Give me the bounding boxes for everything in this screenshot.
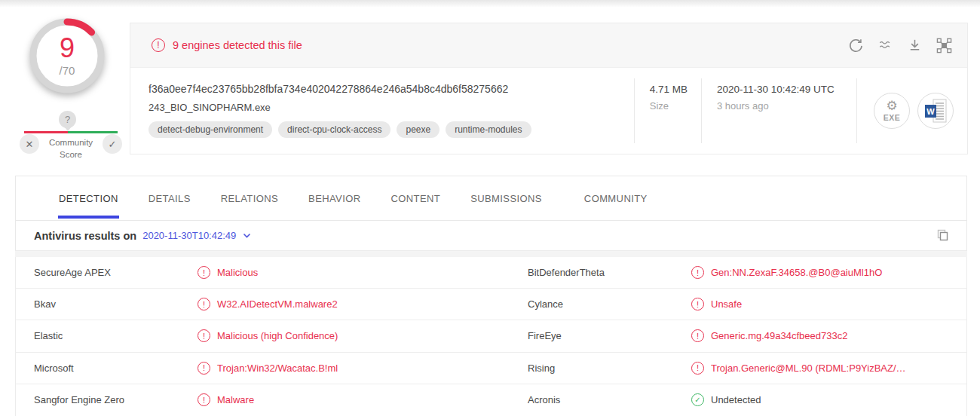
graph-icon[interactable] xyxy=(934,35,954,55)
tab-detection-label: DETECTION xyxy=(59,193,118,204)
vote-malicious-button[interactable]: ✕ xyxy=(20,134,39,154)
verdict-cell: ! W32.AIDetectVM.malware2 xyxy=(198,298,528,310)
community-bar-negative xyxy=(24,131,68,133)
table-row: Microsoft ! Trojan:Win32/Wacatac.B!ml Ri… xyxy=(16,353,966,384)
verdict-label: Gen:NN.ZexaF.34658.@B0@aiuMl1hO xyxy=(711,267,882,278)
verdict-label: W32.AIDetectVM.malware2 xyxy=(217,298,338,310)
detection-score-gauge: 9 /70 xyxy=(27,16,107,96)
analysis-date-value: 2020-11-30 10:42:49 UTC xyxy=(717,84,843,95)
tab-details[interactable]: DETAILS xyxy=(149,176,191,220)
verdict-cell: ! Unsafe xyxy=(691,298,966,310)
table-row: Sangfor Engine Zero ! Malware Acronis ✓ … xyxy=(16,384,966,416)
verdict-label: Malicious xyxy=(217,267,258,278)
active-tab-indicator xyxy=(58,216,119,219)
download-icon[interactable] xyxy=(905,35,924,55)
engine-name: FireEye xyxy=(528,330,691,341)
tab-content[interactable]: CONTENT xyxy=(391,176,441,220)
chevron-down-icon[interactable] xyxy=(243,233,251,239)
copy-results-icon[interactable] xyxy=(934,228,950,243)
antivirus-results-table: SecureAge APEX ! Malicious BitDefenderTh… xyxy=(15,257,967,416)
verdict-cell: ! Generic.mg.49a34cfbeed733c2 xyxy=(691,329,966,342)
engine-name: Sangfor Engine Zero xyxy=(34,394,198,405)
page-top-shadow xyxy=(0,0,980,8)
alert-icon: ! xyxy=(152,38,165,52)
tab-community-label: COMMUNITY xyxy=(584,193,648,204)
file-size-value: 4.71 MB xyxy=(650,84,688,95)
results-date-selector[interactable]: 2020-11-30T10:42:49 xyxy=(142,230,236,241)
alert-icon: ! xyxy=(198,362,210,375)
word-badge-letter: W xyxy=(926,107,935,116)
gear-icon: ⚙ xyxy=(886,99,897,112)
verdict-cell: ! Trojan:Win32/Wacatac.B!ml xyxy=(198,362,528,375)
engine-name: Rising xyxy=(528,362,691,374)
alert-icon: ! xyxy=(691,362,704,375)
verdict-cell: ✓ Undetected xyxy=(691,393,966,406)
verdict-cell: ! Malicious (high Confidence) xyxy=(198,329,528,342)
engine-name: Bkav xyxy=(34,298,198,310)
verdict-cell: ! Malicious xyxy=(198,266,528,279)
file-type-badges: ⚙ EXE W xyxy=(857,68,967,154)
community-question-icon: ? xyxy=(59,111,76,128)
tag-detect-debug-environment[interactable]: detect-debug-environment xyxy=(149,121,272,138)
table-row: SecureAge APEX ! Malicious BitDefenderTh… xyxy=(16,257,966,289)
file-info-body: f36a0ee7f4ec23765bb28fbfa734e40204227886… xyxy=(130,68,967,154)
tab-submissions-label: SUBMISSIONS xyxy=(470,193,542,204)
tab-community[interactable]: COMMUNITY xyxy=(584,176,648,220)
word-document-badge: W xyxy=(917,93,954,129)
tab-relations-label: RELATIONS xyxy=(221,193,278,204)
tab-submissions[interactable]: SUBMISSIONS xyxy=(470,176,542,220)
file-name: 243_BIO_SINOPHARM.exe xyxy=(149,102,622,113)
exe-type-badge: ⚙ EXE xyxy=(874,93,910,129)
section-spacer xyxy=(15,251,967,257)
tag-peexe[interactable]: peexe xyxy=(397,121,439,138)
community-score-bar xyxy=(24,131,118,133)
verdict-cell: ! Gen:NN.ZexaF.34658.@B0@aiuMl1hO xyxy=(691,266,966,279)
results-title: Antivirus results on xyxy=(34,230,136,242)
alert-icon: ! xyxy=(198,329,210,342)
reanalyze-icon[interactable] xyxy=(846,35,865,55)
gauge-score-text: 9 /70 xyxy=(27,16,107,96)
alert-icon: ! xyxy=(691,298,704,310)
analysis-date-relative: 3 hours ago xyxy=(717,100,843,112)
engine-name: SecureAge APEX xyxy=(34,267,198,278)
file-identity: f36a0ee7f4ec23765bb28fbfa734e40204227886… xyxy=(130,68,634,154)
detection-banner-text: 9 engines detected this file xyxy=(173,39,302,51)
word-doc-icon: W xyxy=(923,97,948,124)
virustotal-file-report: 9 /70 ? ✕ ✓ Community Score ! 9 engines … xyxy=(0,0,980,416)
antivirus-results-header: Antivirus results on 2020-11-30T10:42:49 xyxy=(15,221,967,251)
engine-name: BitDefenderTheta xyxy=(528,267,691,278)
alert-icon: ! xyxy=(198,266,210,279)
detections-total: /70 xyxy=(60,64,75,77)
tab-content-label: CONTENT xyxy=(391,193,441,204)
analysis-date-block: 2020-11-30 10:42:49 UTC 3 hours ago xyxy=(702,68,856,154)
exe-badge-label: EXE xyxy=(884,113,901,122)
vote-harmless-button[interactable]: ✓ xyxy=(103,134,122,154)
file-size-label: Size xyxy=(650,100,688,112)
report-tabs: DETECTION DETAILS RELATIONS BEHAVIOR CON… xyxy=(15,176,967,221)
alert-icon: ! xyxy=(198,298,210,310)
verdict-label: Trojan:Win32/Wacatac.B!ml xyxy=(217,362,338,374)
tag-direct-cpu-clock-access[interactable]: direct-cpu-clock-access xyxy=(278,121,390,138)
tab-behavior-label: BEHAVIOR xyxy=(308,193,360,204)
community-score-label: Community Score xyxy=(42,137,100,161)
tag-runtime-modules[interactable]: runtime-modules xyxy=(446,121,531,138)
verdict-label: Undetected xyxy=(711,394,761,405)
tab-detection[interactable]: DETECTION xyxy=(59,176,118,220)
file-actions-toolbar xyxy=(846,35,954,55)
file-tags: detect-debug-environment direct-cpu-cloc… xyxy=(149,121,622,138)
tab-details-label: DETAILS xyxy=(149,193,191,204)
tab-behavior[interactable]: BEHAVIOR xyxy=(308,176,360,220)
table-row: Bkav ! W32.AIDetectVM.malware2 Cylance !… xyxy=(16,289,966,320)
alert-icon: ! xyxy=(691,329,704,342)
engine-name: Microsoft xyxy=(34,362,198,374)
verdict-label: Unsafe xyxy=(711,298,742,310)
engine-name: Cylance xyxy=(528,298,691,310)
detection-banner: ! 9 engines detected this file xyxy=(130,23,967,68)
tab-relations[interactable]: RELATIONS xyxy=(221,176,278,220)
detections-count: 9 xyxy=(60,35,75,62)
similar-files-icon[interactable] xyxy=(875,35,895,55)
verdict-label: Malicious (high Confidence) xyxy=(217,330,338,341)
table-row: Elastic ! Malicious (high Confidence) Fi… xyxy=(16,320,966,352)
community-bar-positive xyxy=(68,131,118,133)
alert-icon: ! xyxy=(691,266,704,279)
